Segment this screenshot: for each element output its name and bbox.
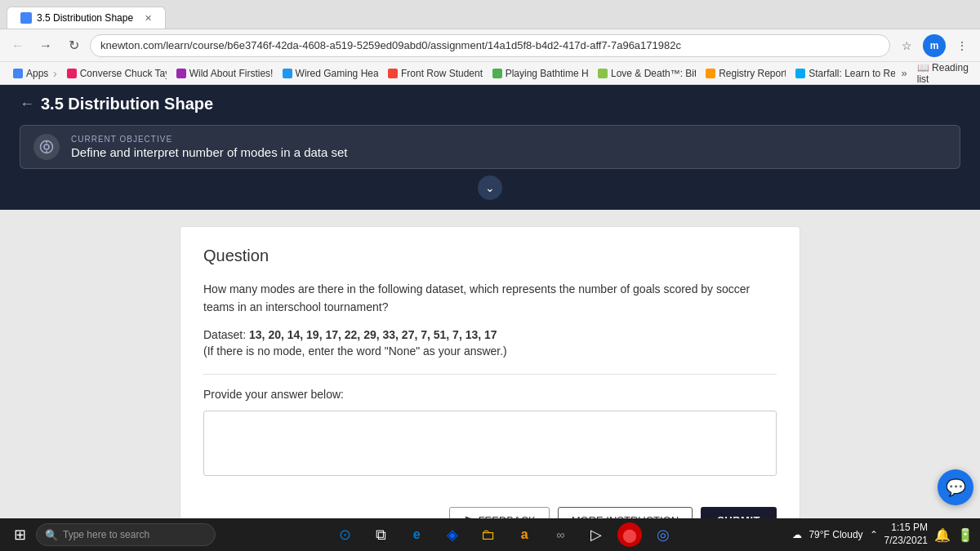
back-arrow-icon[interactable]: ← [20, 96, 34, 113]
question-heading: Question [203, 247, 777, 265]
bm1-icon [67, 69, 77, 78]
menu-button[interactable]: ⋮ [951, 34, 973, 57]
more-bookmarks[interactable]: » [902, 67, 907, 79]
active-tab[interactable]: 3.5 Distribution Shape ✕ [7, 7, 166, 29]
weather-icon: ☁ [792, 529, 802, 540]
apps-icon [13, 69, 23, 78]
divider [203, 374, 777, 375]
bookmark-2[interactable]: Wild About Firsties!... [170, 66, 273, 81]
chrome-app[interactable]: ◎ [648, 520, 678, 549]
main-area: Question How many modes are there in the… [0, 210, 980, 518]
windows-icon: ⊞ [14, 526, 26, 544]
bm2-icon [176, 69, 186, 78]
objective-content: CURRENT OBJECTIVE Define and interpret n… [71, 135, 348, 159]
reload-button[interactable]: ↻ [62, 34, 85, 57]
taskbar: ⊞ 🔍 Type here to search ⊙ ⧉ e ◈ 🗀 a ∞ ▷ … [0, 518, 980, 551]
bookmark-6[interactable]: Love & Death™: Bit... [591, 66, 696, 81]
bm5-icon [492, 69, 502, 78]
browser-toolbar: ← → ↻ ☆ m ⋮ [0, 29, 980, 62]
task-view-app[interactable]: ⧉ [366, 520, 395, 549]
bm3-icon [283, 69, 292, 78]
answer-label: Provide your answer below: [203, 388, 777, 401]
page-title: ← 3.5 Distribution Shape [20, 95, 960, 113]
tab-close-btn[interactable]: ✕ [145, 13, 152, 24]
taskbar-clock: 1:15 PM 7/23/2021 [884, 522, 928, 547]
weather-text: 79°F Cloudy [808, 529, 862, 540]
notification-icon[interactable]: 🔔 [934, 527, 951, 543]
feedback-button[interactable]: ⚑ FEEDBACK [449, 507, 550, 518]
cortana-app[interactable]: ⊙ [330, 520, 359, 549]
submit-button[interactable]: SUBMIT [701, 507, 777, 518]
tab-title: 3.5 Distribution Shape [37, 12, 133, 24]
objective-text: Define and interpret number of modes in … [71, 145, 348, 159]
profile-button[interactable]: m [923, 34, 946, 57]
objective-label: CURRENT OBJECTIVE [71, 135, 348, 144]
browser-tabs: 3.5 Distribution Shape ✕ [0, 0, 980, 29]
bookmarks-separator: › [53, 67, 57, 80]
dataset-values: 13, 20, 14, 19, 17, 22, 29, 33, 27, 7, 5… [249, 328, 497, 341]
page-title-text: 3.5 Distribution Shape [41, 95, 213, 113]
back-button[interactable]: ← [7, 34, 29, 57]
page-header: ← 3.5 Distribution Shape CURRENT OBJECTI… [0, 85, 980, 210]
bm4-icon [388, 69, 398, 78]
bm8-icon [795, 69, 805, 78]
infinity-app[interactable]: ∞ [546, 520, 575, 549]
bookmark-4[interactable]: Front Row Student... [381, 66, 483, 81]
bookmarks-bar: Apps › Converse Chuck Tay... Wild About … [0, 62, 980, 85]
tab-favicon [20, 12, 32, 24]
chat-icon: 💬 [946, 478, 966, 497]
objective-icon [33, 134, 60, 160]
bookmark-apps[interactable]: Apps [7, 66, 50, 81]
lock-app[interactable]: ⬤ [617, 522, 642, 547]
dataset-text: Dataset: 13, 20, 14, 19, 17, 22, 29, 33,… [203, 328, 777, 341]
chat-bubble-button[interactable]: 💬 [938, 469, 973, 505]
answer-input[interactable] [203, 411, 777, 476]
start-button[interactable]: ⊞ [7, 522, 33, 548]
bookmark-1[interactable]: Converse Chuck Tay... [60, 66, 167, 81]
none-note: (If there is no mode, enter the word "No… [203, 344, 777, 358]
bookmark-button[interactable]: ☆ [895, 34, 918, 57]
bm6-icon [598, 69, 608, 78]
svg-point-1 [44, 144, 49, 149]
question-body: Question How many modes are there in the… [180, 227, 800, 495]
amazon-app[interactable]: a [510, 520, 539, 549]
dropbox-app[interactable]: ◈ [438, 520, 467, 549]
taskbar-time: 1:15 PM [884, 522, 928, 535]
bookmark-8[interactable]: Starfall: Learn to Re... [789, 66, 894, 81]
question-text: How many modes are there in the followin… [203, 280, 777, 317]
bookmark-5[interactable]: Playing Bathtime H... [486, 66, 588, 81]
chevron-down-button[interactable]: ⌄ [478, 176, 502, 200]
media-app[interactable]: ▷ [581, 520, 611, 549]
question-card: Question How many modes are there in the… [180, 226, 800, 518]
more-instruction-button[interactable]: MORE INSTRUCTION [558, 507, 693, 518]
reading-list[interactable]: 📖 Reading list [917, 62, 973, 85]
battery-icon: 🔋 [957, 527, 973, 543]
taskbar-right: ☁ 79°F Cloudy ⌃ 1:15 PM 7/23/2021 🔔 🔋 [792, 522, 973, 547]
taskbar-apps: ⊙ ⧉ e ◈ 🗀 a ∞ ▷ ⬤ ◎ [219, 520, 789, 549]
action-row: ⚑ FEEDBACK MORE INSTRUCTION SUBMIT [180, 495, 800, 518]
chevron-up-icon[interactable]: ⌃ [870, 529, 878, 540]
bookmark-3[interactable]: Wired Gaming Hea... [276, 66, 378, 81]
edge-app[interactable]: e [402, 520, 431, 549]
taskbar-search-text: Type here to search [63, 529, 149, 540]
dataset-label: Dataset: [203, 328, 246, 341]
forward-button[interactable]: → [34, 34, 57, 57]
chevron-row: ⌄ [20, 176, 960, 200]
file-explorer-app[interactable]: 🗀 [474, 520, 503, 549]
taskbar-search-box[interactable]: 🔍 Type here to search [36, 523, 216, 546]
bookmark-7[interactable]: Registry Reports [699, 66, 786, 81]
address-bar[interactable] [90, 34, 890, 57]
bm7-icon [706, 69, 715, 78]
taskbar-search-icon: 🔍 [45, 529, 58, 541]
taskbar-date: 7/23/2021 [884, 535, 928, 548]
objective-bar: CURRENT OBJECTIVE Define and interpret n… [20, 125, 960, 169]
page-content: ← 3.5 Distribution Shape CURRENT OBJECTI… [0, 85, 980, 518]
